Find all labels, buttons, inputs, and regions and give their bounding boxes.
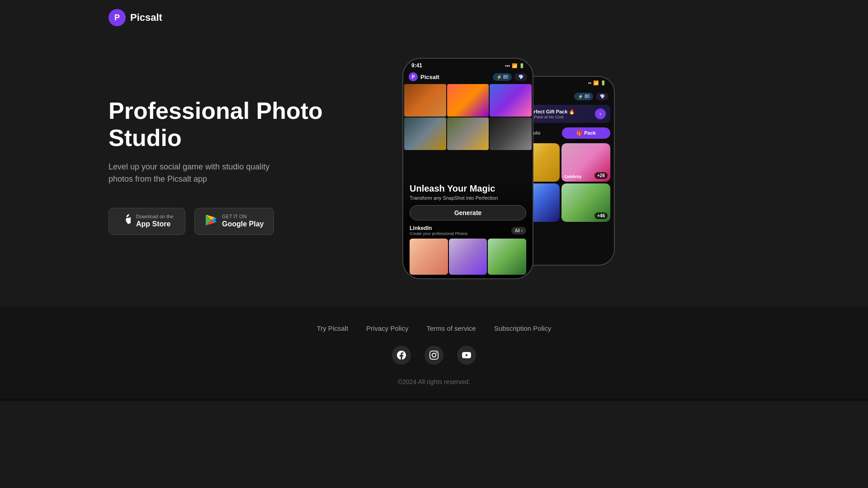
footer-socials [0,346,868,365]
back-header-icons: ⚡ 80 💎 [574,93,609,100]
phone-picsalt-icon: P [409,72,418,81]
overlay-subtitle: Transform any SnapShot into Perfection [410,195,526,201]
status-bar: 9:41 ▪▪▪ 📶 🔋 [403,59,533,70]
photo-grid-top [403,84,533,150]
linkedin-info: LinkedIn Create your professional Photos [410,225,468,236]
phone-app-header: P Picsalt ⚡ 80 💎 [403,70,533,84]
logo-text: Picsalt [130,12,162,23]
photo-cell-1 [404,84,446,117]
bottom-photos [410,239,526,275]
bottom-photo-3 [488,239,526,275]
app-store-text: Download on the App Store [136,214,174,229]
phone-front-mockup: 9:41 ▪▪▪ 📶 🔋 P Picsalt [402,58,533,279]
footer: Try Picsalt Privacy Policy Terms of serv… [0,306,868,399]
app-buttons-group: Download on the App Store GET IT ON Go [108,208,353,235]
phone-header-icons: ⚡ 80 💎 [493,73,527,81]
svg-text:P: P [114,13,120,22]
google-play-text: GET IT ON Google Play [222,214,264,229]
photo-cell-6 [490,117,532,150]
linkedin-section: LinkedIn Create your professional Photos… [410,225,526,236]
apple-icon [119,214,131,228]
app-store-button[interactable]: Download on the App Store [108,208,185,235]
site-header: P Picsalt [0,0,868,35]
phone-front-screen: 9:41 ▪▪▪ 📶 🔋 P Picsalt [403,59,533,278]
back-status-icons: ▪▪ 📶 🔋 [588,80,606,85]
picsalt-logo-icon: P [108,9,126,26]
gem-badge: 💎 [514,73,527,81]
back-coins-badge: ⚡ 80 [574,93,593,100]
footer-link-try-picsalt[interactable]: Try Picsalt [317,324,348,332]
hero-section: Professional Photo Studio Level up your … [108,98,380,235]
main-content: Professional Photo Studio Level up your … [0,35,868,306]
google-play-button[interactable]: GET IT ON Google Play [194,208,274,235]
status-icons: ▪▪▪ 📶 🔋 [505,63,524,68]
logo[interactable]: P Picsalt [108,9,162,26]
google-play-icon [205,214,217,228]
phone-app-logo: P Picsalt [409,72,439,81]
bottom-photo-1 [410,239,448,275]
photo-cell-3 [490,84,532,117]
hero-title: Professional Photo Studio [108,98,353,152]
footer-links: Try Picsalt Privacy Policy Terms of serv… [0,324,868,332]
all-button[interactable]: All › [511,227,526,235]
back-photo-4: +46 [561,183,610,222]
back-gem-badge: 💎 [596,93,609,100]
photo-cell-4 [404,117,446,150]
gift-arrow-button[interactable]: › [595,108,606,119]
instagram-icon[interactable] [425,346,443,365]
bottom-photo-2 [449,239,487,275]
overlay-title: Unleash Your Magic [410,183,526,194]
hero-subtitle: Level up your social game with studio qu… [108,161,353,185]
svg-text:P: P [412,75,415,80]
youtube-icon[interactable] [457,346,476,365]
generate-button[interactable]: Generate [410,205,526,221]
tab-pack[interactable]: 🎁 Pack [562,127,610,139]
footer-copyright: ©2024 All rights reserved. [0,378,868,385]
footer-link-subscription[interactable]: Subscription Policy [494,324,552,332]
phone-overlay-card: Unleash Your Magic Transform any SnapSho… [403,179,533,278]
photo-cell-2 [447,84,489,117]
facebook-icon[interactable] [392,346,411,365]
back-photo-2: Celebrity +26 [561,143,610,182]
coins-badge: ⚡ 80 [493,73,512,81]
footer-link-terms[interactable]: Terms of service [426,324,476,332]
phones-section: 9:41 ▪▪▪ 📶 🔋 P Picsalt [380,53,760,279]
bottom-divider [0,399,868,401]
photo-cell-5 [447,117,489,150]
footer-link-privacy[interactable]: Privacy Policy [366,324,408,332]
